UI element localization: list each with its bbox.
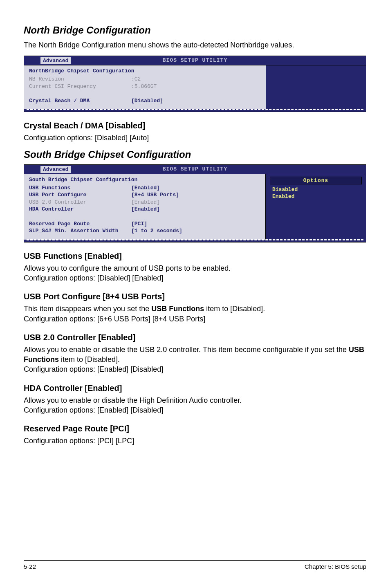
option-heading: HDA Controller [Enabled]	[24, 384, 366, 393]
option-body: Allows you to enable or disable the High…	[24, 395, 366, 415]
bios-setting-label: USB 2.0 Controller	[29, 199, 131, 206]
bios-section-heading: NorthBridge Chipset Configuration	[29, 68, 261, 74]
bios-setting-label: Current CSI Frequency	[29, 83, 131, 90]
bios-setting-value: [8+4 USB Ports]	[131, 191, 179, 199]
option-heading: Reserved Page Route [PCI]	[24, 424, 366, 433]
bios-panel-southbridge: BIOS SETUP UTILITY Advanced South Bridge…	[24, 164, 366, 242]
bios-setting-value: [PCI]	[131, 220, 147, 228]
bios-setting-label: Crystal Beach / DMA	[29, 97, 131, 105]
section-intro: The North Bridge Configuration menu show…	[24, 40, 366, 50]
bios-setting-value	[131, 213, 134, 220]
bios-setting-label	[29, 90, 131, 97]
option-heading: USB Functions [Enabled]	[24, 251, 366, 261]
bios-right-pane: Options DisabledEnabled	[266, 174, 366, 240]
option-body: This item disappears when you set the US…	[24, 304, 366, 324]
option-body: Allows you to configure the amount of US…	[24, 263, 366, 283]
option-heading: Crystal Beach / DMA [Disabled]	[24, 121, 366, 130]
bios-setting-row[interactable]: USB Functions[Enabled]	[29, 184, 260, 192]
bios-row-container: NB Revision:C2Current CSI Frequency:5.86…	[29, 76, 261, 104]
option-heading: USB 2.0 Controller [Enabled]	[24, 333, 366, 342]
option-body: Configuation options: [Disabled] [Auto]	[24, 133, 366, 143]
bios-right-pane	[266, 65, 366, 109]
bios-setting-value: [Enabled]	[131, 206, 160, 213]
page-number: 5-22	[24, 563, 36, 570]
option-body: Configuration options: [PCI] [LPC]	[24, 436, 366, 446]
bios-setting-value: [Disabled]	[131, 97, 163, 105]
bios-section-heading: South Bridge Chipset Configuration	[29, 177, 260, 183]
bios-row-container: USB Functions[Enabled]USB Port Configure…	[29, 184, 260, 235]
bios-setting-value: :C2	[131, 76, 141, 83]
bios-setting-row[interactable]	[29, 213, 260, 220]
bios-setting-label: NB Revision	[29, 76, 131, 83]
bios-left-pane: NorthBridge Chipset Configuration NB Rev…	[24, 65, 266, 109]
bios-setting-value: [Enabled]	[131, 184, 160, 192]
emphasis: USB Functions	[151, 305, 204, 313]
section-heading: South Bridge Chipset Configuration	[24, 149, 366, 160]
options-item[interactable]: Enabled	[270, 193, 362, 200]
bios-setting-label: Reserved Page Route	[29, 220, 131, 228]
bios-setting-row[interactable]: USB Port Configure[8+4 USB Ports]	[29, 191, 260, 199]
bios-panel-cutoff	[24, 239, 366, 242]
bios-tab-advanced[interactable]: Advanced	[40, 166, 71, 173]
options-heading: Options	[270, 177, 362, 184]
bios-setting-row: Current CSI Frequency:5.866GT	[29, 83, 261, 90]
bios-setting-label: USB Functions	[29, 184, 131, 192]
bios-setting-row: USB 2.0 Controller[Enabled]	[29, 199, 260, 206]
bios-setting-row[interactable]: Crystal Beach / DMA[Disabled]	[29, 97, 261, 105]
bios-setting-value: :5.866GT	[131, 83, 157, 90]
bios-setting-label: USB Port Configure	[29, 191, 131, 199]
section-heading: North Bridge Configuration	[24, 25, 366, 36]
bios-setting-value: [Enabled]	[131, 199, 160, 206]
option-heading: USB Port Configure [8+4 USB Ports]	[24, 292, 366, 301]
option-body: Allows you to enable or disable the USB …	[24, 345, 366, 375]
bios-setting-row[interactable]: HDA Controller[Enabled]	[29, 206, 260, 213]
emphasis: USB Functions	[24, 346, 364, 364]
bios-setting-row: NB Revision:C2	[29, 76, 261, 83]
bios-setting-label: HDA Controller	[29, 206, 131, 213]
bios-setting-label	[29, 213, 131, 220]
bios-left-pane: South Bridge Chipset Configuration USB F…	[24, 174, 266, 240]
options-item[interactable]: Disabled	[270, 186, 362, 193]
bios-setting-value: [1 to 2 seconds]	[131, 227, 182, 235]
bios-panel-northbridge: BIOS SETUP UTILITY Advanced NorthBridge …	[24, 56, 366, 112]
bios-setting-row[interactable]: Reserved Page Route[PCI]	[29, 220, 260, 228]
bios-setting-row[interactable]: SLP_S4# Min. Assertion Width[1 to 2 seco…	[29, 227, 260, 235]
page-footer: 5-22 Chapter 5: BIOS setup	[24, 560, 366, 570]
bios-panel-cutoff	[24, 109, 366, 111]
bios-setting-label: SLP_S4# Min. Assertion Width	[29, 227, 131, 235]
bios-setting-row	[29, 90, 261, 97]
chapter-label: Chapter 5: BIOS setup	[305, 563, 366, 570]
bios-tab-advanced[interactable]: Advanced	[40, 57, 71, 64]
bios-setting-value	[131, 90, 134, 97]
